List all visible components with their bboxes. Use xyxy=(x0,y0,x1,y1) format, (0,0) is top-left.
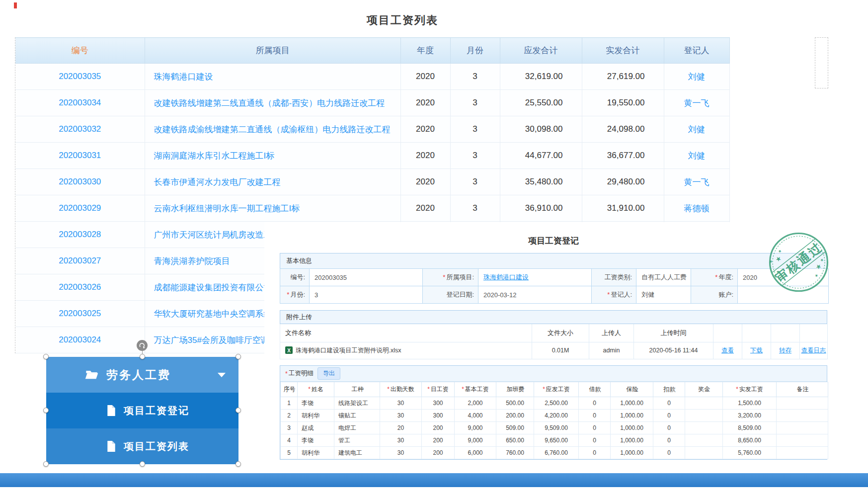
detail-days: 30 xyxy=(380,410,422,422)
col-header-project[interactable]: 所属项目 xyxy=(145,38,400,64)
file-action-cell: 下载 xyxy=(742,342,771,359)
field-value-month[interactable]: 3 xyxy=(310,286,423,304)
row-registrar-link[interactable]: 刘健 xyxy=(664,116,729,143)
field-value-number[interactable]: 202003035 xyxy=(310,269,423,286)
file-action-link[interactable]: 查看 xyxy=(721,347,734,354)
col-header-registrar[interactable]: 登记人 xyxy=(664,38,729,64)
detail-trade: 电焊工 xyxy=(334,422,380,434)
resize-handle-top-right[interactable] xyxy=(236,354,241,359)
project-link[interactable]: 珠海鹤港口建设 xyxy=(483,273,529,281)
sidebar-item-label: 项目工资列表 xyxy=(124,440,189,453)
resize-handle-bottom-right[interactable] xyxy=(236,461,241,467)
row-year: 2020 xyxy=(400,116,450,143)
resize-handle-bottom-center[interactable] xyxy=(140,461,145,467)
detail-loan: 0 xyxy=(579,447,611,459)
row-number-link[interactable]: 202003030 xyxy=(15,169,145,195)
row-number-link[interactable]: 202003025 xyxy=(15,301,145,327)
file-size-cell: 0.01M xyxy=(532,342,589,359)
row-year: 2020 xyxy=(400,90,450,116)
resize-handle-right-middle[interactable] xyxy=(236,408,241,413)
wage-detail-col-header: *出勤天数 xyxy=(380,382,422,397)
detail-name: 胡利华 xyxy=(298,410,334,422)
row-paid-total: 19,550.00 xyxy=(582,90,664,116)
row-number-link[interactable]: 202003035 xyxy=(15,64,145,90)
detail-base-wage: 2,000 xyxy=(455,397,496,410)
detail-bonus xyxy=(685,422,723,434)
row-project-link[interactable]: 云南水利枢纽潜明水库一期工程施工I标 xyxy=(145,195,400,222)
row-paid-total: 31,910.00 xyxy=(582,195,664,222)
detail-overtime: 760.00 xyxy=(496,447,534,459)
col-header-year[interactable]: 年度 xyxy=(400,38,450,64)
row-number-link[interactable]: 202003027 xyxy=(15,248,145,274)
screen: 项目工资列表 编号 所属项目 年度 月份 应发合计 实发合计 登记人 xyxy=(0,0,868,501)
detail-trade: 管工 xyxy=(334,434,380,447)
detail-insurance: 1,000.00 xyxy=(611,447,653,459)
wage-detail-col-header: *姓名 xyxy=(298,382,334,397)
col-header-payable[interactable]: 应发合计 xyxy=(500,38,582,64)
file-action-link[interactable]: 查看日志 xyxy=(801,347,826,354)
field-value-register-date[interactable]: 2020-03-12 xyxy=(478,286,592,304)
detail-deduction: 0 xyxy=(653,422,685,434)
row-number-link[interactable]: 202003032 xyxy=(15,116,145,143)
row-project-link[interactable]: 珠海鹤港口建设 xyxy=(145,64,400,90)
col-header-number[interactable]: 编号 xyxy=(15,38,145,64)
resize-handle-top-left[interactable] xyxy=(43,354,49,359)
sidebar-item-labor-cost[interactable]: 劳务人工费 xyxy=(46,357,238,393)
row-registrar-link[interactable]: 黄一飞 xyxy=(664,169,729,195)
col-header-paid[interactable]: 实发合计 xyxy=(582,38,664,64)
file-name-header: 文件名称 xyxy=(280,324,532,342)
row-project-link[interactable]: 改建铁路成渝线增建第二直通线（成渝枢纽）电力线路迁改工程 xyxy=(145,116,400,143)
row-month: 3 xyxy=(450,64,500,90)
row-month: 3 xyxy=(450,116,500,143)
row-project-link[interactable]: 湖南洞庭湖水库引水工程施工I标 xyxy=(145,143,400,169)
row-number-link[interactable]: 202003028 xyxy=(15,222,145,248)
resize-handle-bottom-left[interactable] xyxy=(43,461,49,467)
row-payable-total: 35,480.00 xyxy=(500,169,582,195)
row-number-link[interactable]: 202003026 xyxy=(15,274,145,301)
sidebar-item-wage-list[interactable]: 项目工资列表 xyxy=(46,428,238,464)
wage-detail-col-header: 扣款 xyxy=(653,382,685,397)
cursor-artifact xyxy=(14,2,17,8)
bottom-bar xyxy=(0,473,868,487)
field-value-registrar[interactable]: 刘健 xyxy=(636,286,691,304)
sidebar-item-wage-register[interactable]: 项目工资登记 xyxy=(46,393,238,428)
col-header-month[interactable]: 月份 xyxy=(450,38,500,64)
detail-loan: 0 xyxy=(579,410,611,422)
export-button[interactable]: 导出 xyxy=(317,367,340,380)
wage-detail-col-header: *基本工资 xyxy=(455,382,496,397)
row-number-link[interactable]: 202003024 xyxy=(15,327,145,353)
wage-detail-required-star: * xyxy=(285,370,288,377)
wage-detail-row: 3 赵成 电焊工 20 200 9,000 509.00 9,509.00 0 … xyxy=(281,422,828,434)
field-label-month: *月份: xyxy=(280,286,310,304)
row-registrar-link[interactable]: 刘健 xyxy=(664,64,729,90)
file-time-cell: 2020-05-16 11:44 xyxy=(634,342,713,359)
chevron-down-icon[interactable] xyxy=(218,373,226,377)
svg-text:X: X xyxy=(287,347,291,353)
row-paid-total: 27,619.00 xyxy=(582,64,664,90)
row-registrar-link[interactable]: 黄一飞 xyxy=(664,90,729,116)
detail-deduction: 0 xyxy=(653,447,685,459)
resize-handle-left-middle[interactable] xyxy=(43,408,49,413)
row-project-link[interactable]: 改建铁路线增建第二线直通线（成都-西安）电力线路迁改工程 xyxy=(145,90,400,116)
selection-dashed-box xyxy=(815,37,828,88)
resize-handle-top-center[interactable] xyxy=(140,354,145,359)
detail-remark xyxy=(777,447,828,459)
row-number-link[interactable]: 202003029 xyxy=(15,195,145,222)
row-project-link[interactable]: 长春市伊通河水力发电厂改建工程 xyxy=(145,169,400,195)
excel-file-icon: X xyxy=(285,346,293,354)
detail-remark xyxy=(777,397,828,410)
file-name-cell[interactable]: X珠海鹤港口建设项目工资附件说明.xlsx xyxy=(280,342,532,359)
file-action-link[interactable]: 转存 xyxy=(779,347,791,354)
field-value-wage-type[interactable]: 自有工人人工费 xyxy=(636,269,691,286)
detail-deduction: 0 xyxy=(653,397,685,410)
row-month: 3 xyxy=(450,195,500,222)
file-action-link[interactable]: 下载 xyxy=(750,347,763,354)
rotate-handle-icon[interactable] xyxy=(137,340,148,351)
file-uploader-cell: admin xyxy=(589,342,634,359)
detail-name: 李饶 xyxy=(298,434,334,447)
row-registrar-link[interactable]: 刘健 xyxy=(664,143,729,169)
row-registrar-link[interactable]: 蒋德顿 xyxy=(664,195,729,222)
row-number-link[interactable]: 202003031 xyxy=(15,143,145,169)
row-year: 2020 xyxy=(400,195,450,222)
row-number-link[interactable]: 202003034 xyxy=(15,90,145,116)
